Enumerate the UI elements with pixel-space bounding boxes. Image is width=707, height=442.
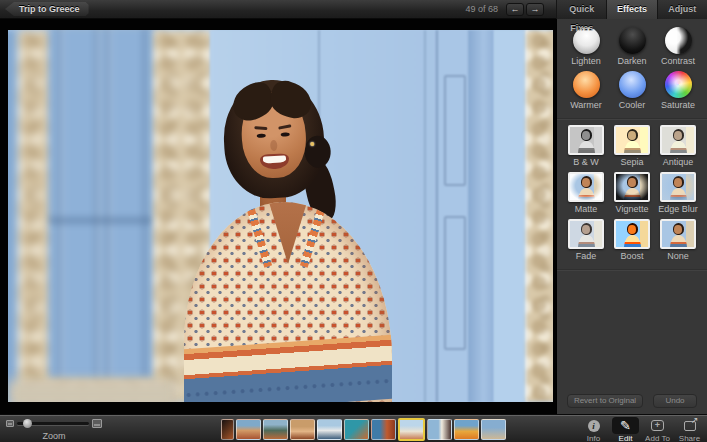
cooler-orb-icon [619, 71, 646, 98]
saturate-orb-icon [665, 71, 692, 98]
effect-orb-saturate[interactable]: Saturate [655, 71, 701, 110]
filmstrip-thumb[interactable] [427, 419, 452, 440]
effect-orbs-row-2: WarmerCoolerSaturate [557, 66, 707, 110]
zoom-out-photo-icon [6, 420, 14, 427]
effect-thumbnail-sepia[interactable]: Sepia [609, 125, 655, 167]
zoom-label: Zoom [6, 431, 102, 441]
sidebar-buttons: Revert to Original Undo [557, 394, 707, 408]
iphoto-edit-window: Trip to Greece 49 of 68 ← → Quick Fixes … [0, 0, 707, 442]
filmstrip-thumb[interactable] [481, 419, 506, 440]
filmstrip-thumb[interactable] [236, 419, 261, 440]
bottom-toolbar: Zoom i Info ✎ Edit + Add To ↗ Share [0, 414, 707, 442]
boost-preview [614, 219, 650, 249]
edit-mode-tabs: Quick Fixes Effects Adjust [556, 0, 707, 19]
zoom-in-photo-icon [92, 419, 102, 428]
panel-divider [557, 269, 707, 271]
effect-thumbnail-boost[interactable]: Boost [609, 219, 655, 261]
photo-counter: 49 of 68 [465, 4, 498, 14]
photo-nav-arrows: ← → [506, 3, 544, 16]
previous-photo-button[interactable]: ← [506, 3, 524, 16]
photo-stone-wall-right [526, 30, 553, 402]
photo-floor [8, 380, 178, 402]
effect-orb-contrast[interactable]: Contrast [655, 27, 701, 66]
pencil-icon: ✎ [620, 419, 631, 432]
revert-to-original-button[interactable]: Revert to Original [567, 394, 643, 408]
zoom-slider-thumb[interactable] [23, 419, 32, 428]
left-arrow-icon: ← [511, 4, 520, 14]
warmer-orb-icon [573, 71, 600, 98]
info-icon: i [588, 420, 600, 432]
effect-thumbnail-bw[interactable]: B & W [563, 125, 609, 167]
info-button[interactable]: i Info [580, 416, 607, 442]
filmstrip-thumb[interactable] [454, 419, 479, 440]
effect-orb-cooler[interactable]: Cooler [609, 71, 655, 110]
share-button[interactable]: ↗ Share [676, 416, 703, 442]
vignette-preview [614, 172, 650, 202]
add-to-button[interactable]: + Add To [644, 416, 671, 442]
filmstrip [221, 418, 506, 441]
edgeblur-preview [660, 172, 696, 202]
antique-preview [660, 125, 696, 155]
right-arrow-icon: → [531, 4, 540, 14]
contrast-orb-icon [665, 27, 692, 54]
filmstrip-thumb[interactable] [221, 419, 234, 440]
tab-quick-fixes[interactable]: Quick Fixes [556, 0, 606, 19]
woman-face [221, 77, 327, 202]
photo-canvas [0, 19, 556, 414]
filmstrip-thumb[interactable] [317, 419, 342, 440]
matte-preview [568, 172, 604, 202]
tab-effects[interactable]: Effects [606, 0, 656, 19]
effect-thumbnail-antique[interactable]: Antique [655, 125, 701, 167]
effect-orb-warmer[interactable]: Warmer [563, 71, 609, 110]
tab-adjust[interactable]: Adjust [657, 0, 707, 19]
photo-door-edge [494, 30, 528, 402]
darken-orb-icon [619, 27, 646, 54]
zoom-slider-track[interactable] [17, 422, 89, 425]
add-to-icon: + [651, 420, 664, 431]
effect-thumbnail-fade[interactable]: Fade [563, 219, 609, 261]
effect-thumbnail-none[interactable]: None [655, 219, 701, 261]
action-buttons: i Info ✎ Edit + Add To ↗ Share [580, 416, 703, 442]
filmstrip-thumb[interactable] [263, 419, 288, 440]
filmstrip-thumb[interactable] [371, 419, 396, 440]
effect-thumbnail-matte[interactable]: Matte [563, 172, 609, 214]
photo-blue-shutter [48, 30, 156, 379]
filmstrip-thumb-selected[interactable] [398, 418, 425, 441]
fade-preview [568, 219, 604, 249]
bw-preview [568, 125, 604, 155]
effect-orb-darken[interactable]: Darken [609, 27, 655, 66]
edited-photo [8, 30, 553, 402]
photo-door-panels [436, 30, 468, 402]
sepia-preview [614, 125, 650, 155]
next-photo-button[interactable]: → [526, 3, 544, 16]
zoom-control: Zoom [6, 419, 102, 441]
filmstrip-thumb[interactable] [344, 419, 369, 440]
effect-thumbnail-edgeblur[interactable]: Edge Blur [655, 172, 701, 214]
photo-door-frame [468, 30, 494, 402]
filmstrip-thumb[interactable] [290, 419, 315, 440]
main-area: LightenDarkenContrast WarmerCoolerSatura… [0, 19, 707, 414]
none-preview [660, 219, 696, 249]
effect-thumbnails: B & WSepiaAntiqueMatteVignetteEdge BlurF… [557, 120, 707, 261]
effects-panel: LightenDarkenContrast WarmerCoolerSatura… [556, 19, 707, 414]
edit-button[interactable]: ✎ Edit [612, 416, 639, 442]
undo-button[interactable]: Undo [653, 394, 697, 408]
back-to-album-button[interactable]: Trip to Greece [5, 2, 89, 16]
share-icon: ↗ [684, 421, 696, 431]
top-toolbar: Trip to Greece 49 of 68 ← → Quick Fixes … [0, 0, 707, 19]
effect-thumbnail-vignette[interactable]: Vignette [609, 172, 655, 214]
